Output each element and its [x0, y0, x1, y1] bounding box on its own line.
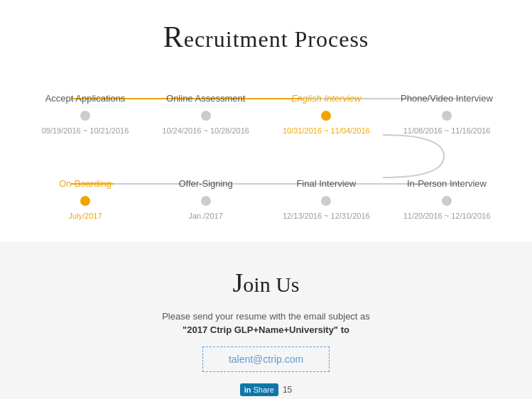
timeline-row-1: Accept Applications 09/19/2016 ~ 10/21/2… — [28, 78, 504, 135]
step-3-date: 10/31/2016 ~ 11/04/2016 — [283, 126, 370, 135]
step-4-label: Phone/Video Interview — [401, 78, 493, 104]
share-row: in Share 15 — [14, 383, 518, 396]
step-phone-video-interview: Phone/Video Interview 11/08/2016 ~ 11/16… — [390, 78, 504, 135]
step-6-label: Offer-Signing — [178, 163, 232, 189]
step-6-dot — [201, 196, 211, 206]
step-inperson-interview: In-Person Interview 11/20/2016 ~ 12/10/2… — [390, 163, 504, 220]
join-title: Join Us — [14, 267, 518, 298]
step-final-interview: Final Interview 12/13/2016 ~ 12/31/2016 — [269, 163, 383, 220]
timeline-section: Accept Applications 09/19/2016 ~ 10/21/2… — [0, 71, 532, 241]
linkedin-icon: in — [244, 386, 251, 394]
join-section: Join Us Please send your resume with the… — [0, 241, 532, 399]
step-3-label: English Interview — [291, 78, 361, 104]
timeline-row-2: On-Boarding July/2017 Offer-Signing Jan.… — [28, 163, 504, 220]
step-4-date: 11/08/2016 ~ 11/16/2016 — [403, 126, 491, 135]
step-2-label: Online Assessment — [166, 78, 245, 104]
page-title: Recruitment Process — [0, 0, 532, 71]
linkedin-share-button[interactable]: in Share — [240, 383, 278, 396]
step-offer-signing: Offer-Signing Jan./2017 — [149, 163, 263, 220]
step-6-date: Jan./2017 — [188, 212, 222, 220]
step-8-dot — [442, 196, 452, 206]
step-5-dot — [80, 196, 90, 206]
step-7-label: Final Interview — [296, 163, 356, 189]
step-onboarding: On-Boarding July/2017 — [28, 163, 142, 220]
email-box: talent@ctrip.com — [202, 346, 330, 372]
step-2-date: 10/24/2016 ~ 10/28/2016 — [162, 126, 249, 135]
step-accept-applications: Accept Applications 09/19/2016 ~ 10/21/2… — [28, 78, 142, 135]
join-text-1: Please send your resume with the email s… — [14, 311, 518, 322]
step-8-date: 11/20/2016 ~ 12/10/2016 — [403, 212, 491, 220]
step-2-dot — [201, 111, 211, 121]
step-5-date: July/2017 — [68, 212, 102, 220]
step-english-interview: English Interview 10/31/2016 ~ 11/04/201… — [269, 78, 383, 135]
email-link[interactable]: talent@ctrip.com — [229, 354, 303, 365]
step-online-assessment: Online Assessment 10/24/2016 ~ 10/28/201… — [149, 78, 263, 135]
step-3-dot — [321, 111, 331, 121]
share-label: Share — [254, 386, 274, 394]
step-5-label: On-Boarding — [59, 163, 112, 189]
step-7-dot — [321, 196, 331, 206]
share-count: 15 — [283, 385, 292, 395]
step-1-date: 09/19/2016 ~ 10/21/2016 — [42, 126, 129, 135]
step-1-dot — [80, 111, 90, 121]
step-8-label: In-Person Interview — [407, 163, 487, 189]
step-1-label: Accept Applications — [45, 78, 126, 104]
join-text-2: "2017 Ctrip GLP+Name+University" to — [14, 324, 518, 335]
step-4-dot — [442, 111, 452, 121]
step-7-date: 12/13/2016 ~ 12/31/2016 — [283, 212, 370, 220]
